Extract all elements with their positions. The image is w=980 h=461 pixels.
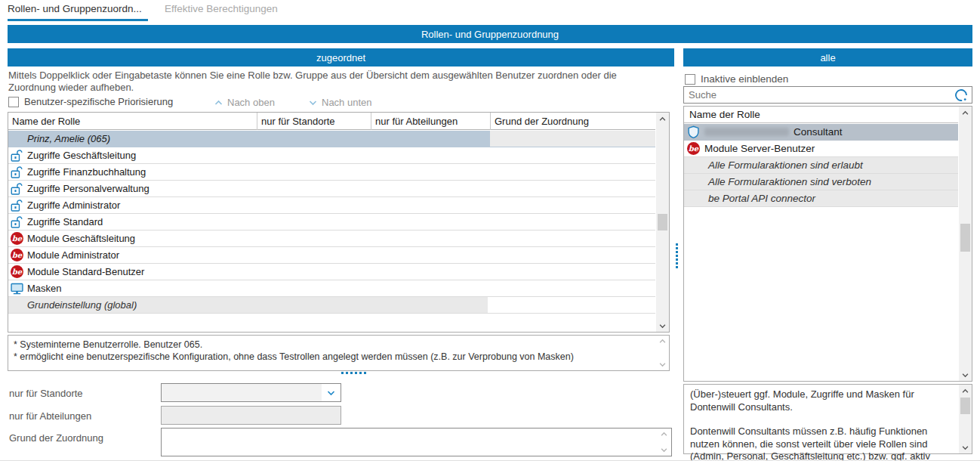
list-item[interactable]: Alle Formularaktionen sind verboten — [684, 174, 958, 190]
column-header-grund-der-zuordnung[interactable]: Grund der Zuordnung — [490, 113, 655, 130]
shield-icon — [687, 125, 700, 138]
scroll-down-arrow[interactable] — [959, 441, 972, 453]
assignment-instructions: Mittels Doppelklick oder Eingabetaste kö… — [8, 70, 667, 93]
scroll-down-arrow[interactable] — [656, 320, 669, 332]
table-row[interactable]: Zugriffe Personalverwaltung — [8, 181, 655, 197]
chevron-up-icon[interactable] — [660, 431, 668, 438]
grund-scroll-chevrons[interactable] — [658, 431, 669, 453]
row-label: Module Standard-Benutzer — [27, 266, 144, 277]
list-scrollbar[interactable] — [959, 107, 972, 381]
scroll-up-arrow[interactable] — [656, 113, 669, 125]
list-item[interactable]: Alle Formularaktionen sind erlaubt — [684, 157, 958, 174]
list-item-label: Alle Formularaktionen sind erlaubt — [708, 159, 863, 171]
table-row[interactable]: Zugriffe Finanzbuchhaltung — [8, 164, 655, 181]
column-header-nur-fuer-standorte[interactable]: nur für Standorte — [257, 113, 371, 130]
standorte-label: nur für Standorte — [9, 388, 83, 399]
row-grund-cell — [490, 131, 655, 147]
search-icon[interactable] — [954, 88, 968, 102]
role-note-box: * Systeminterne Benutzerrolle. Benutzer … — [8, 335, 670, 371]
priority-checkbox[interactable] — [8, 97, 19, 107]
priority-checkbox-label: Benutzer-spezifische Priorisierung — [24, 96, 173, 107]
move-down-button[interactable]: Nach unten — [308, 97, 372, 108]
description-scrollbar[interactable] — [959, 385, 972, 453]
be-logo-icon: be — [687, 142, 700, 155]
table-row[interactable]: be Module Standard-Benutzer — [8, 264, 655, 280]
table-row-selected-user[interactable]: Prinz, Amelie (065) — [8, 131, 655, 147]
row-label: Prinz, Amelie (065) — [27, 133, 110, 144]
chevron-down-icon[interactable] — [658, 361, 667, 368]
all-roles-list: Name der Rolle Consultant be Module Serv… — [683, 106, 972, 382]
row-label: Masken — [27, 283, 62, 294]
grund-label: Grund der Zuordnung — [9, 432, 103, 444]
chevron-up-icon[interactable] — [658, 338, 667, 345]
role-description-box: (Über-)steuert ggf. Module, Zugriffe und… — [683, 384, 972, 454]
vertical-splitter-handle[interactable] — [676, 243, 678, 268]
search-input[interactable] — [689, 87, 938, 103]
lock-open-icon — [11, 166, 23, 178]
role-search-field[interactable] — [683, 86, 972, 104]
lock-open-icon — [11, 182, 23, 195]
scrollbar-thumb[interactable] — [658, 214, 667, 230]
table-row[interactable]: Zugriffe Administrator — [8, 197, 655, 214]
abteilungen-label: nur für Abteilungen — [9, 410, 91, 422]
move-up-button[interactable]: Nach oben — [214, 97, 275, 108]
list-item[interactable]: be Portal API connector — [684, 190, 958, 207]
row-label: Grundeinstellung (global) — [27, 299, 137, 311]
list-item-label: Module Server-Benutzer — [704, 143, 815, 154]
note-scroll-chevrons[interactable] — [657, 338, 667, 368]
chevron-down-icon[interactable] — [660, 447, 668, 453]
scroll-up-arrow[interactable] — [959, 385, 972, 397]
tab-effektive-berechtigungen[interactable]: Effektive Berechtigungen — [165, 3, 278, 14]
description-paragraph-1: (Über-)steuert ggf. Module, Zugriffe und… — [690, 388, 954, 413]
table-row[interactable]: be Module Administrator — [8, 247, 655, 264]
chevron-down-icon[interactable] — [326, 389, 336, 397]
table-row[interactable]: Zugriffe Geschäftsleitung — [8, 147, 655, 164]
redacted-text — [704, 128, 789, 136]
roles-groups-assignment-window: Rollen- und Gruppenzuordn... Effektive B… — [0, 0, 980, 461]
table-row-group[interactable]: Grundeinstellung (global) — [8, 297, 655, 314]
list-item-selected[interactable]: Consultant — [684, 124, 958, 141]
column-header-nur-fuer-abteilungen[interactable]: nur für Abteilungen — [371, 113, 490, 130]
move-up-label: Nach oben — [227, 97, 275, 108]
table-row[interactable]: be Module Geschäftsleitung — [8, 230, 655, 247]
page-title: Rollen- und Gruppenzuordnung — [8, 25, 972, 43]
abteilungen-input[interactable] — [161, 406, 341, 425]
horizontal-splitter-handle[interactable] — [341, 372, 366, 374]
table-scrollbar[interactable] — [656, 113, 669, 332]
row-label: Zugriffe Standard — [27, 216, 103, 227]
tab-rollen-gruppenzuordnung[interactable]: Rollen- und Gruppenzuordn... — [8, 3, 142, 14]
list-item-label: be Portal API connector — [708, 193, 815, 204]
scroll-down-arrow[interactable] — [959, 369, 972, 381]
list-item[interactable]: be Module Server-Benutzer — [684, 141, 958, 157]
assigned-roles-table-header: Name der Rolle nur für Standorte nur für… — [8, 113, 655, 130]
assigned-roles-table: Name der Rolle nur für Standorte nur für… — [8, 112, 670, 333]
list-item-label: Consultant — [794, 126, 843, 138]
standorte-combobox[interactable] — [161, 383, 341, 402]
left-section-title: zugeordnet — [8, 48, 674, 67]
all-roles-list-header[interactable]: Name der Rolle — [684, 107, 958, 123]
row-label: Zugriffe Administrator — [27, 200, 120, 211]
row-label: Zugriffe Personalverwaltung — [27, 183, 149, 194]
right-section-title: alle — [683, 48, 972, 67]
be-logo-icon: be — [11, 232, 23, 245]
chevron-down-icon — [308, 99, 318, 107]
lock-open-icon — [11, 199, 23, 212]
table-row[interactable]: Zugriffe Standard — [8, 214, 655, 230]
inactive-checkbox-label: Inaktive einblenden — [701, 73, 788, 85]
list-item-label: Alle Formularaktionen sind verboten — [708, 176, 871, 187]
lock-open-icon — [11, 215, 23, 228]
inactive-checkbox[interactable] — [685, 74, 695, 85]
scroll-up-arrow[interactable] — [959, 107, 972, 119]
row-label: Zugriffe Geschäftsleitung — [27, 150, 136, 161]
row-label: Module Geschäftsleitung — [27, 233, 135, 244]
lock-open-icon — [11, 149, 23, 162]
table-row[interactable]: Masken — [8, 280, 655, 297]
monitor-icon — [11, 282, 23, 295]
grund-textarea[interactable] — [161, 428, 672, 456]
row-label: Zugriffe Finanzbuchhaltung — [27, 166, 146, 178]
scrollbar-thumb[interactable] — [960, 224, 970, 252]
row-label: Module Administrator — [27, 249, 119, 261]
scrollbar-thumb[interactable] — [960, 398, 970, 414]
column-header-name-der-rolle[interactable]: Name der Rolle — [8, 113, 257, 130]
chevron-up-icon — [214, 99, 223, 107]
